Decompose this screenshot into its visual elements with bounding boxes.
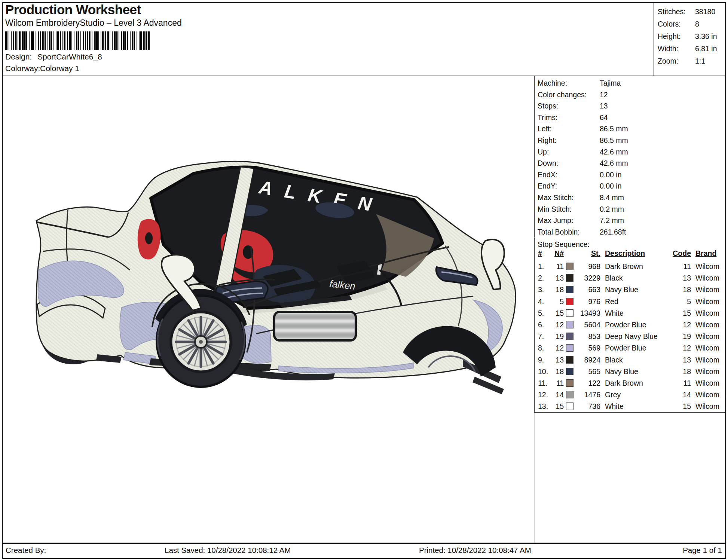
thread-color-swatch [566, 356, 573, 364]
stop-number: 2. [538, 272, 553, 284]
thread-code: 13 [666, 354, 691, 366]
thread-code: 18 [666, 284, 691, 296]
needle-number: 13 [551, 354, 564, 366]
machine-info-value: 42.6 mm [600, 146, 628, 158]
stitch-count: 663 [574, 284, 600, 296]
thread-color-swatch [566, 298, 573, 305]
stats-label: Colors: [658, 18, 695, 30]
stitch-count: 5604 [574, 319, 600, 331]
thread-brand: Wilcom [695, 261, 719, 272]
stitch-count: 8924 [574, 354, 600, 366]
thread-brand: Wilcom [695, 331, 719, 342]
colorway-label: Colorway: [5, 64, 40, 73]
machine-info-value: Tajima [600, 77, 621, 89]
software-subtitle: Wilcom EmbroideryStudio – Level 3 Advanc… [5, 18, 182, 28]
machine-info-row: Up:42.6 mm [538, 146, 725, 158]
machine-info-value: 13 [600, 100, 608, 112]
thread-code: 11 [666, 377, 691, 389]
machine-info-label: Machine: [538, 77, 600, 89]
machine-info-row: Color changes:12 [538, 89, 725, 101]
stitch-count: 853 [574, 331, 600, 342]
machine-info-label: Trims: [538, 112, 600, 123]
stitch-count: 122 [574, 377, 600, 389]
thread-brand: Wilcom [695, 366, 719, 377]
stats-label: Zoom: [658, 55, 695, 67]
thread-code: 13 [666, 272, 691, 284]
thread-brand: Wilcom [695, 307, 719, 319]
machine-info-label: Left: [538, 123, 600, 135]
thread-code: 18 [666, 366, 691, 377]
machine-info-row: Max Jump:7.2 mm [538, 215, 725, 226]
machine-info-row: Stops:13 [538, 100, 725, 112]
thread-brand: Wilcom [695, 342, 719, 354]
column-header-description: Description [605, 249, 645, 258]
stop-sequence-row: 2.133229Black13Wilcom [535, 272, 725, 284]
thread-description: Dark Brown [605, 377, 643, 389]
stop-sequence-title: Stop Sequence: [535, 238, 725, 249]
thread-description: White [605, 401, 624, 412]
machine-info-row: EndX:0.00 in [538, 169, 725, 181]
stats-value: 1:1 [695, 55, 705, 67]
thread-description: Dark Brown [605, 261, 643, 272]
needle-number: 5 [551, 296, 564, 307]
stop-sequence-row: 10.18565Navy Blue18Wilcom [535, 366, 725, 377]
stop-number: 4. [538, 296, 553, 307]
machine-info-row: Left:86.5 mm [538, 123, 725, 135]
needle-number: 15 [551, 307, 564, 319]
machine-info-row: EndY:0.00 in [538, 180, 725, 192]
thread-description: Red [605, 296, 618, 307]
thread-brand: Wilcom [695, 319, 719, 331]
thread-code: 15 [666, 401, 691, 412]
thread-color-swatch [566, 344, 573, 352]
stop-number: 1. [538, 261, 553, 272]
stitch-count: 976 [574, 296, 600, 307]
thread-brand: Wilcom [695, 377, 719, 389]
stop-sequence-row: 13.15736White15Wilcom [535, 401, 725, 412]
thread-description: Black [605, 272, 623, 284]
needle-number: 15 [551, 401, 564, 412]
stitch-count: 13493 [574, 307, 600, 319]
stats-row: Colors:8 [658, 18, 725, 30]
machine-info-value: 0.00 in [600, 180, 622, 192]
stop-sequence-row: 9.138924Black13Wilcom [535, 354, 725, 366]
machine-info-value: 42.6 mm [600, 157, 628, 169]
stats-value: 6.81 in [695, 43, 717, 55]
thread-color-swatch [566, 286, 573, 293]
machine-info-row: Right:86.5 mm [538, 135, 725, 146]
footer-divider [3, 543, 725, 544]
thread-code: 11 [666, 261, 691, 272]
machine-info-value: 86.5 mm [600, 135, 628, 146]
thread-description: Deep Navy Blue [605, 331, 658, 342]
thread-color-swatch [566, 333, 573, 340]
barcode-icon [5, 31, 150, 50]
column-header-stitches: St. [574, 249, 600, 258]
footer-printed: Printed: 10/28/2022 10:08:47 AM [419, 546, 531, 555]
thread-brand: Wilcom [695, 354, 719, 366]
machine-info-label: Stops: [538, 100, 600, 112]
footer-last-saved: Last Saved: 10/28/2022 10:08:12 AM [165, 546, 291, 555]
stitch-count: 3229 [574, 272, 600, 284]
stats-row: Zoom:1:1 [658, 55, 725, 67]
thread-description: Grey [605, 389, 621, 401]
page-title: Production Worksheet [5, 2, 141, 17]
thread-brand: Wilcom [695, 401, 719, 412]
front-grille [274, 312, 356, 340]
thread-brand: Wilcom [695, 389, 719, 401]
production-worksheet-page: Production Worksheet Wilcom EmbroiderySt… [0, 0, 728, 560]
machine-info-label: Max Stitch: [538, 192, 600, 204]
embroidery-design-preview: FALKEN falken [32, 158, 518, 405]
machine-info-row: Down:42.6 mm [538, 157, 725, 169]
machine-info-row: Trims:64 [538, 112, 725, 123]
machine-info-row: Max Stitch:8.4 mm [538, 192, 725, 204]
column-header-number: # [538, 249, 553, 258]
needle-number: 19 [551, 331, 564, 342]
stop-number: 6. [538, 319, 553, 331]
column-header-needle: N# [551, 249, 564, 258]
machine-info-label: Color changes: [538, 89, 600, 101]
needle-number: 14 [551, 389, 564, 401]
stop-sequence-row: 6.125604Powder Blue12Wilcom [535, 319, 725, 331]
stop-sequence-row: 7.19853Deep Navy Blue19Wilcom [535, 331, 725, 342]
thread-description: Powder Blue [605, 342, 646, 354]
stop-sequence-row: 11.11122Dark Brown11Wilcom [535, 377, 725, 389]
thread-color-swatch [566, 379, 573, 387]
